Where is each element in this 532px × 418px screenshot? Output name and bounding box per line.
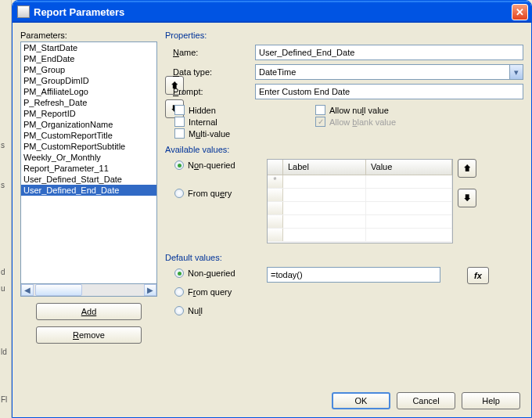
def-nonqueried-radio[interactable] — [174, 268, 184, 278]
list-item[interactable]: PM_CustomReportTitle — [21, 130, 156, 141]
hidden-checkbox[interactable] — [174, 105, 185, 115]
scroll-right-arrow-icon[interactable]: ▶ — [144, 284, 156, 296]
cancel-button[interactable]: Cancel — [397, 392, 455, 409]
grid-value-header: Value — [366, 160, 452, 175]
ok-button[interactable]: OK — [332, 392, 390, 409]
def-null-label: Null — [188, 306, 203, 315]
help-button[interactable]: Help — [462, 392, 520, 409]
available-values-section-label: Available values: — [165, 145, 523, 154]
background-window-strip: s s d u ld Fl — [0, 0, 12, 418]
list-item[interactable]: P_Refresh_Date — [21, 97, 156, 108]
properties-section-label: Properties: — [165, 31, 523, 40]
list-item[interactable]: PM_AffiliateLogo — [21, 86, 156, 97]
avail-fromquery-radio[interactable] — [174, 189, 184, 198]
scroll-left-arrow-icon[interactable]: ◀ — [21, 284, 34, 296]
allow-blank-label: Allow blank value — [329, 117, 396, 127]
list-item[interactable]: User_Defined_Start_Date — [21, 174, 156, 185]
default-values-section-label: Default values: — [165, 253, 523, 262]
datatype-select[interactable]: DateTime ▾ — [255, 64, 523, 80]
multivalue-checkbox[interactable] — [174, 128, 185, 139]
close-button[interactable]: ✕ — [512, 4, 528, 20]
list-item[interactable]: Weekly_Or_Monthly — [21, 152, 156, 163]
list-item[interactable]: PM_Group — [21, 64, 156, 75]
def-null-radio[interactable] — [174, 306, 184, 315]
name-input[interactable] — [255, 45, 523, 60]
window-title: Report Parameters — [34, 6, 124, 18]
expression-builder-button[interactable]: fx — [467, 267, 489, 284]
table-row[interactable]: * — [268, 175, 452, 189]
list-item[interactable]: PM_OrganizationName — [21, 119, 156, 130]
list-item[interactable]: PM_StartDate — [21, 42, 156, 53]
arrow-down-icon: 🡇 — [463, 193, 472, 203]
prompt-input[interactable] — [255, 84, 523, 99]
dialog-window: Report Parameters ✕ Parameters: PM_Start… — [12, 0, 532, 418]
parameters-label: Parameters: — [20, 31, 157, 40]
multivalue-label: Multi-value — [189, 129, 230, 139]
close-icon: ✕ — [516, 6, 524, 18]
app-icon — [17, 5, 30, 18]
remove-button[interactable]: Remove — [36, 326, 142, 344]
list-item[interactable]: User_Defined_End_Date — [21, 185, 156, 196]
list-item[interactable]: Report_Parameter_11 — [21, 163, 156, 174]
default-value-input[interactable] — [267, 267, 440, 283]
internal-checkbox[interactable] — [174, 117, 185, 127]
list-item[interactable]: PM_GroupDimID — [21, 75, 156, 86]
list-item[interactable]: PM_ReportID — [21, 108, 156, 119]
prompt-label: Prompt: — [165, 87, 255, 96]
grid-move-up-button[interactable]: 🡅 — [458, 159, 476, 178]
grid-move-down-button[interactable]: 🡇 — [458, 189, 476, 207]
internal-label: Internal — [189, 117, 217, 127]
chevron-down-icon: ▾ — [509, 65, 523, 79]
avail-fromquery-label: From query — [188, 189, 232, 198]
avail-nonqueried-radio[interactable] — [174, 160, 184, 170]
def-nonqueried-label: Non-queried — [188, 268, 235, 278]
list-item[interactable]: PM_CustomReportSubtitle — [21, 141, 156, 152]
allow-null-checkbox[interactable] — [315, 105, 325, 115]
allow-null-label: Allow null value — [329, 106, 389, 115]
def-fromquery-radio[interactable] — [174, 287, 184, 297]
parameters-listbox[interactable]: PM_StartDatePM_EndDatePM_GroupPM_GroupDi… — [20, 41, 157, 284]
name-label: Name: — [165, 48, 255, 57]
def-fromquery-label: From query — [188, 287, 232, 297]
add-button[interactable]: Add — [36, 303, 142, 320]
arrow-up-icon: 🡅 — [463, 164, 472, 173]
available-values-grid[interactable]: Label Value * — [267, 159, 453, 243]
scroll-thumb[interactable] — [35, 284, 82, 296]
datatype-label: Data type: — [165, 67, 255, 77]
grid-label-header: Label — [283, 160, 366, 175]
listbox-hscrollbar[interactable]: ◀ ▶ — [20, 284, 157, 297]
fx-icon: fx — [474, 271, 482, 280]
list-item[interactable]: PM_EndDate — [21, 53, 156, 64]
allow-blank-checkbox: ✓ — [315, 117, 325, 127]
hidden-label: Hidden — [189, 106, 216, 115]
avail-nonqueried-label: Non-queried — [188, 160, 235, 170]
titlebar[interactable]: Report Parameters ✕ — [13, 1, 531, 23]
